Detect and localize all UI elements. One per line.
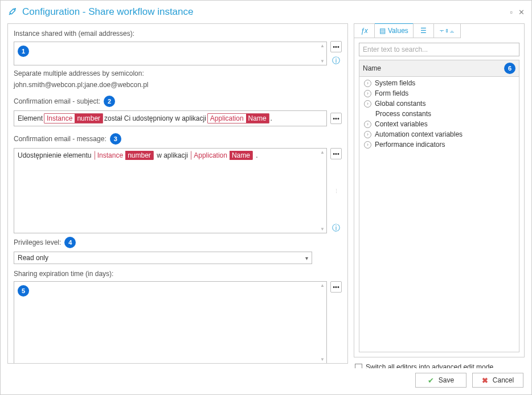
expand-icon[interactable]: › (364, 80, 371, 87)
cancel-label: Cancel (493, 376, 514, 384)
list-icon: ☰ (420, 27, 427, 35)
tree: › System fields › Form fields › Global c… (359, 77, 519, 352)
token-application-name[interactable]: ApplicationName (191, 151, 253, 160)
subject-input[interactable]: Element Instancenumber został Ci udostęp… (14, 110, 327, 126)
privileges-value: Read only (18, 254, 48, 262)
maximize-icon[interactable]: ▫ (510, 8, 513, 17)
message-input[interactable]: Udostępnienie elementu Instancenumber w … (14, 148, 327, 233)
tree-item-label: System fields (375, 79, 415, 87)
scroll-arrows[interactable]: ▲▼ (318, 282, 326, 363)
more-button[interactable]: ••• (330, 113, 342, 124)
shared-with-row: 1 ▲▼ ••• ⓘ (14, 41, 342, 66)
tree-item-automation-context-variables[interactable]: › Automation context variables (359, 129, 519, 139)
more-button[interactable]: ••• (330, 281, 342, 293)
columns-icon: ⫟▯⫠ (439, 27, 456, 35)
tabs-container: ƒx ▤ Values ☰ ⫟▯⫠ Enter text to search..… (354, 23, 525, 357)
scroll-arrows[interactable]: ▲▼ (318, 149, 326, 233)
expiration-label-text: Sharing expiration time (in days): (14, 270, 113, 278)
chevron-down-icon: ▾ (305, 255, 308, 261)
tree-item-system-fields[interactable]: › System fields (359, 78, 519, 88)
shared-with-label-text: Instance shared with (email addresses): (14, 30, 134, 38)
token-application-name[interactable]: ApplicationName (207, 113, 269, 124)
badge-5: 5 (18, 285, 29, 297)
tree-item-label: Context variables (375, 120, 428, 128)
grip-icon[interactable]: ⋮ (334, 188, 339, 194)
badge-1: 1 (18, 46, 29, 57)
tabs-body: Enter text to search... Name 6 › System … (354, 38, 524, 357)
more-button[interactable]: ••• (330, 148, 342, 159)
badge-3: 3 (110, 133, 121, 145)
subject-t2: został Ci udostępniony w aplikacji (104, 114, 206, 122)
badge-6: 6 (504, 63, 515, 74)
tree-item-context-variables[interactable]: › Context variables (359, 119, 519, 129)
close-icon[interactable]: ✕ (518, 8, 525, 17)
expand-icon[interactable]: › (364, 90, 371, 97)
config-window: Configuration - Share workflow instance … (0, 0, 532, 395)
check-icon: ✔ (428, 376, 434, 385)
privileges-label: Privileges level: 4 (14, 237, 342, 248)
token-instance-number[interactable]: Instancenumber (95, 151, 154, 160)
more-button[interactable]: ••• (330, 41, 342, 52)
content-area: Instance shared with (email addresses): … (1, 23, 531, 368)
message-t2: w aplikacji (157, 151, 190, 159)
footer: ✔ Save ✖ Cancel (1, 368, 531, 394)
subject-label: Confirmation email - subject: 2 (14, 96, 342, 107)
expand-icon[interactable]: › (364, 131, 371, 138)
badge-4: 4 (64, 237, 76, 248)
tree-item-process-constants[interactable]: Process constants (359, 109, 519, 119)
info-icon[interactable]: ⓘ (331, 223, 341, 233)
privileges-label-text: Privileges level: (14, 238, 61, 246)
subject-label-text: Confirmation email - subject: (14, 97, 100, 105)
shared-with-label: Instance shared with (email addresses): (14, 30, 342, 38)
tree-header: Name 6 (359, 60, 519, 77)
advanced-mode-label: Switch all editors into advanced edit mo… (366, 363, 493, 368)
values-icon: ▤ (379, 27, 386, 35)
checkbox-icon[interactable] (355, 364, 362, 369)
subject-row: Element Instancenumber został Ci udostęp… (14, 110, 342, 126)
tab-list[interactable]: ☰ (414, 24, 434, 38)
message-label: Confirmation email - message: 3 (14, 133, 342, 145)
tree-search-input[interactable]: Enter text to search... (359, 43, 519, 56)
scroll-arrows[interactable]: ▲▼ (318, 42, 326, 65)
expiration-label: Sharing expiration time (in days): (14, 270, 342, 278)
tree-item-performance-indicators[interactable]: › Performance indicators (359, 139, 519, 150)
tab-values-label: Values (388, 27, 408, 35)
subject-t1: Element (18, 114, 43, 122)
tab-values[interactable]: ▤ Values (375, 23, 414, 38)
tab-fx[interactable]: ƒx (354, 24, 375, 38)
shared-with-input[interactable]: 1 ▲▼ (14, 42, 327, 65)
subject-t3: . (271, 114, 272, 122)
save-label: Save (439, 376, 454, 384)
message-label-text: Confirmation email - message: (14, 135, 107, 143)
tree-item-label: Global constants (375, 100, 425, 108)
info-icon[interactable]: ⓘ (331, 56, 341, 66)
expand-icon[interactable]: › (364, 121, 371, 128)
tree-item-global-constants[interactable]: › Global constants (359, 98, 519, 109)
cancel-button[interactable]: ✖ Cancel (472, 373, 523, 388)
cancel-icon: ✖ (482, 376, 488, 385)
token-instance-number[interactable]: Instancenumber (44, 113, 103, 124)
tree-header-label: Name (363, 64, 504, 72)
expand-icon[interactable]: › (364, 141, 371, 149)
badge-2: 2 (104, 96, 115, 107)
message-t1: Udostępnienie elementu (18, 151, 93, 159)
hint-line2: john.smith@webcon.pl;jane.doe@webcon.pl (14, 81, 342, 89)
expand-icon[interactable]: › (364, 100, 371, 108)
privileges-select[interactable]: Read only ▾ (14, 252, 312, 264)
save-button[interactable]: ✔ Save (415, 373, 466, 388)
tab-columns[interactable]: ⫟▯⫠ (434, 24, 461, 38)
left-pane: Instance shared with (email addresses): … (7, 23, 348, 364)
tools-icon (7, 6, 18, 18)
right-pane: ƒx ▤ Values ☰ ⫟▯⫠ Enter text to search..… (354, 23, 525, 364)
tree-item-label: Performance indicators (375, 141, 445, 149)
search-placeholder: Enter text to search... (363, 46, 428, 54)
advanced-mode-row[interactable]: Switch all editors into advanced edit mo… (354, 361, 525, 368)
expiration-row: 5 ▲▼ ••• (14, 281, 342, 364)
tree-item-label: Automation context variables (375, 130, 463, 138)
message-t3: . (256, 151, 257, 159)
expiration-input[interactable]: 5 ▲▼ (14, 281, 327, 364)
message-side: ••• ⋮ ⓘ (330, 148, 342, 233)
message-row: Udostępnienie elementu Instancenumber w … (14, 148, 342, 233)
tree-item-form-fields[interactable]: › Form fields (359, 88, 519, 98)
fx-icon: ƒx (361, 27, 368, 35)
